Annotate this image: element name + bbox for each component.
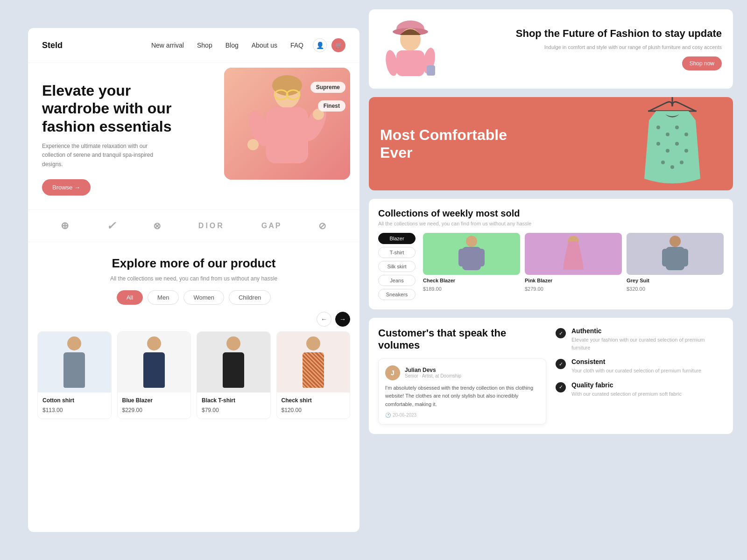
nav-faq[interactable]: FAQ [290,42,303,49]
quality-text-3: Quality fabric With our curated selectio… [571,381,682,398]
nav-blog[interactable]: Blog [226,42,239,49]
product-info-2: Blue Blazer $229.00 [118,392,191,419]
fig-body [63,352,85,388]
quality-text-1: Authentic Elevate your fashion with our … [571,327,724,351]
left-panel: Steld New arrival Shop Blog About us FAQ… [28,28,359,532]
product-figure-2 [138,336,170,388]
carousel-next[interactable]: → [335,312,350,327]
svg-point-21 [675,126,679,129]
svg-point-19 [656,126,660,129]
product-grid: Cotton shirt $113.00 Blue Blazer $229.00 [28,331,359,419]
nav-about[interactable]: About us [252,42,277,49]
fig-head [67,336,81,350]
brand-gucci: ⊗ [153,220,162,231]
testimonials-right: ✓ Authentic Elevate your fashion with ou… [556,327,724,425]
coll-product-img-1 [423,233,520,275]
quality-desc-3: With our curated selection of premium so… [571,390,682,398]
product-figure-3 [217,336,250,388]
filter-all[interactable]: All [117,290,143,305]
check-icon-3: ✓ [556,382,566,392]
quality-label-3: Quality fabric [571,381,682,389]
nav-new-arrival[interactable]: New arrival [151,42,184,49]
svg-point-23 [656,142,660,146]
svg-point-5 [247,139,259,150]
top-banner-description: Indulge in comfort and style with our ra… [450,43,722,51]
hero-text: Elevate your wardrobe with our fashion e… [42,82,191,196]
coll-fig-svg-1 [458,235,486,273]
quality-text-2: Consistent Your cloth with our curated s… [571,358,701,375]
tag-sneakers[interactable]: Sneakers [378,289,416,300]
coll-product-name-3: Grey Suit [627,278,724,283]
coll-product-name-2: Pink Blazer [525,278,622,283]
collections-title: Collections of weekly most sold [378,208,724,219]
badge-supreme: Supreme [310,82,345,93]
coll-product-price-3: $320.00 [627,286,645,292]
brand-chanel: ⊕ [60,220,69,232]
product-name-2: Blue Blazer [122,397,186,404]
comfort-banner: Most Comfortable Ever [369,97,733,190]
tag-tshirt[interactable]: T-shirt [378,247,416,258]
svg-rect-2 [266,107,308,163]
product-card-1: Cotton shirt $113.00 [37,331,112,419]
product-price-3: $79.00 [202,407,219,413]
top-banner-image [380,19,441,79]
svg-point-29 [680,161,684,164]
product-info-4: Check shirt $120.00 [277,392,350,419]
user-icon[interactable]: 👤 [313,38,327,52]
testimonial-quote: I'm absolutely obsessed with the trendy … [385,384,539,409]
product-info-3: Black T-shirt $79.00 [197,392,270,419]
fig-head-2 [147,336,161,350]
author-role: Senior · Artist, at Doomship [405,373,461,378]
coll-product-1: Check Blazer $189.00 [423,233,520,300]
fig-head-3 [226,336,240,350]
nav-shop[interactable]: Shop [197,42,212,49]
filter-children[interactable]: Children [229,290,271,305]
product-price-1: $113.00 [42,407,63,413]
tag-jeans[interactable]: Jeans [378,275,416,286]
product-price-2: $229.00 [122,407,142,413]
coll-product-2: Pink Blazer $279.00 [525,233,622,300]
product-card-3: Black T-shirt $79.00 [197,331,271,419]
testimonial-avatar: J [385,365,400,380]
cart-icon[interactable]: 🛒 [331,38,345,52]
badge-finest: Finest [318,100,345,112]
svg-rect-16 [427,65,435,76]
check-icon-2: ✓ [556,359,566,369]
nav-links: New arrival Shop Blog About us FAQ [151,42,303,49]
product-figure-1 [58,336,91,388]
product-image-3 [197,332,270,392]
brand-v: ⊘ [318,220,327,231]
testimonials-left: Customer's that speak the volumes J Juli… [378,327,546,425]
coll-product-price-1: $189.00 [423,286,442,292]
browse-button[interactable]: Browse → [42,179,91,196]
svg-point-25 [675,142,679,146]
product-image-2 [118,332,191,392]
product-name-3: Black T-shirt [202,397,266,404]
explore-subtitle: All the collections we need, you can fin… [42,275,345,282]
carousel-prev[interactable]: ← [317,312,331,327]
svg-point-35 [669,236,681,247]
shop-now-button[interactable]: Shop now [682,56,722,70]
explore-title: Explore more of our product [42,256,345,271]
collections-layout: Blazer T-shirt Silk skirt Jeans Sneakers [378,233,724,300]
right-panel: Shop the Future of Fashion to stay updat… [359,0,747,560]
filter-women[interactable]: Women [183,290,224,305]
collections-sidebar: Blazer T-shirt Silk skirt Jeans Sneakers [378,233,416,300]
filter-men[interactable]: Men [148,290,179,305]
tag-blazer[interactable]: Blazer [378,233,416,244]
brand-dior: DIOR [198,222,225,230]
hero-section: Elevate your wardrobe with our fashion e… [28,63,359,210]
quality-item-2: ✓ Consistent Your cloth with our curated… [556,358,724,375]
testimonial-date: 🕐 20-06-2023 [385,413,539,418]
testimonial-header: J Julian Devs Senior · Artist, at Doomsh… [385,365,539,380]
collections-products: Check Blazer $189.00 Pink Blazer $279.00 [423,233,724,300]
svg-point-20 [666,133,669,136]
hero-image: Supreme Finest [224,68,350,180]
product-figure-4 [297,336,330,388]
svg-point-22 [684,133,688,136]
tag-silk-skirt[interactable]: Silk skirt [378,261,416,272]
comfort-headline: Most Comfortable Ever [380,126,511,162]
clock-icon: 🕐 [385,413,391,418]
coll-product-name-1: Check Blazer [423,278,520,283]
coll-product-img-3 [627,233,724,275]
